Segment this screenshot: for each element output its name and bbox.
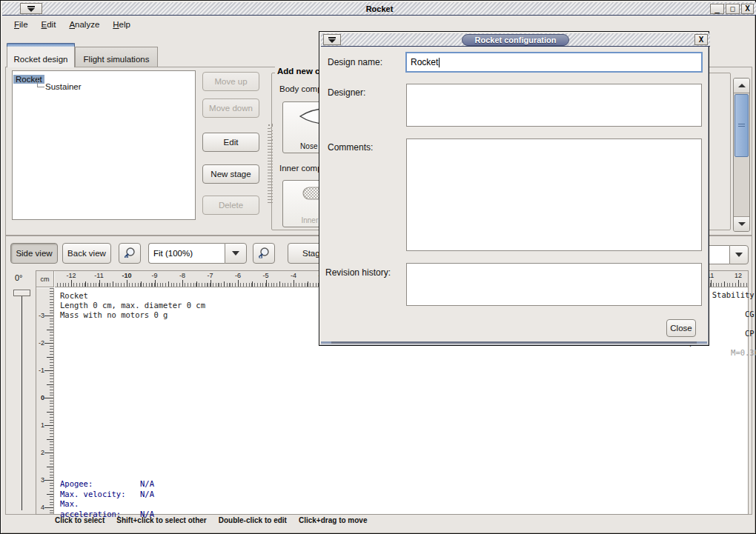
ruler-tick <box>224 281 225 287</box>
components-scrollbar[interactable] <box>733 78 750 232</box>
rotation-slider-thumb[interactable] <box>13 290 30 296</box>
minimize-button[interactable]: _ <box>710 4 724 14</box>
revision-history-textarea[interactable] <box>406 263 702 306</box>
ruler-tick <box>308 281 308 287</box>
ruler-number: 3 <box>41 476 44 484</box>
ruler-tick <box>266 280 267 287</box>
menu-help[interactable]: Help <box>107 18 136 31</box>
comments-label: Comments: <box>328 142 373 153</box>
ruler-number: -3 <box>39 312 44 319</box>
design-name-value: Rocket <box>411 57 438 67</box>
ruler-tick <box>252 281 253 287</box>
ruler-number: 4 <box>41 504 44 511</box>
dialog-resize-edge[interactable] <box>321 341 707 344</box>
vertical-ruler: -3-2-101234 <box>36 288 54 514</box>
ruler-tick <box>71 280 72 287</box>
dialog-close-x-button[interactable]: X <box>694 34 708 45</box>
zoom-out-button[interactable] <box>119 243 141 264</box>
main-titlebar[interactable]: Rocket _ □ X <box>2 2 756 16</box>
flight-data-text: Apogee:N/A Max. velocity:N/A Max. accele… <box>60 479 154 519</box>
ruler-number: -5 <box>262 272 268 279</box>
ruler-number: -7 <box>207 272 213 279</box>
hint-click-select: Click to select <box>55 516 105 524</box>
hint-shift-click: Shift+click to select other <box>116 516 206 524</box>
dialog-titlebar[interactable]: Rocket configuration X <box>321 33 710 47</box>
ruler-tick <box>141 281 142 287</box>
ruler-number: -2 <box>39 339 44 347</box>
zoom-select[interactable]: Fit (100%) <box>148 243 225 264</box>
ruler-tick <box>44 316 53 316</box>
ruler-tick <box>738 280 739 287</box>
designer-textarea[interactable] <box>406 84 702 127</box>
close-icon: X <box>745 5 750 13</box>
ruler-tick <box>127 280 127 287</box>
move-up-button[interactable]: Move up <box>202 72 259 91</box>
scroll-up-button[interactable] <box>734 79 749 93</box>
ruler-tick <box>168 281 169 287</box>
ruler-tick <box>47 384 53 385</box>
config-select-button[interactable] <box>729 245 749 264</box>
close-button[interactable]: X <box>741 4 754 14</box>
ruler-tick <box>44 425 53 426</box>
ruler-tick <box>99 280 100 287</box>
ruler-tick <box>47 330 53 330</box>
ruler-number: -1 <box>39 367 44 374</box>
new-stage-button[interactable]: New stage <box>202 164 259 184</box>
ruler-tick <box>47 467 53 467</box>
move-down-button[interactable]: Move down <box>202 99 259 118</box>
ruler-tick <box>155 280 156 287</box>
zoom-in-button[interactable] <box>253 243 275 264</box>
ruler-number: 0 <box>41 394 44 401</box>
ruler-number: 12 <box>735 272 742 279</box>
ruler-tick <box>294 280 294 287</box>
ruler-number: -9 <box>151 272 157 279</box>
comments-textarea[interactable] <box>406 138 702 251</box>
tree-connector <box>37 78 44 87</box>
close-icon: X <box>699 36 704 44</box>
rotation-slider-track[interactable] <box>21 296 22 510</box>
chevron-down-icon <box>735 253 743 257</box>
edit-button[interactable]: Edit <box>202 133 259 152</box>
ruler-tick <box>44 343 53 344</box>
ruler-tick <box>238 280 239 287</box>
design-name-input[interactable]: Rocket <box>406 53 702 72</box>
hint-click-drag: Click+drag to move <box>299 516 368 524</box>
delete-button[interactable]: Delete <box>202 196 259 215</box>
scrollbar-thumb[interactable] <box>735 94 749 157</box>
ruler-tick <box>44 507 53 508</box>
tab-rocket-design[interactable]: Rocket design <box>7 43 75 67</box>
scroll-down-button[interactable] <box>734 216 749 231</box>
ruler-number: 1 <box>41 421 44 429</box>
ruler-number: -4 <box>291 272 296 279</box>
ruler-tick <box>85 281 86 287</box>
menu-file[interactable]: File <box>8 18 34 31</box>
ruler-tick <box>113 281 113 287</box>
menu-analyze[interactable]: Analyze <box>63 18 105 31</box>
ruler-number: -10 <box>122 272 131 279</box>
side-view-button[interactable]: Side view <box>10 243 58 264</box>
ruler-number: 2 <box>41 449 44 456</box>
revision-history-label: Revision history: <box>325 267 391 278</box>
tab-flight-simulations[interactable]: Flight simulations <box>75 47 158 67</box>
design-info-text: Rocket Length 0 cm, max. diameter 0 cm M… <box>60 291 205 320</box>
scroll-up-icon <box>738 84 746 87</box>
ruler-tick <box>182 280 183 287</box>
scroll-down-icon <box>738 222 746 226</box>
rotation-value: 0° <box>15 273 23 282</box>
minimize-icon: _ <box>714 5 720 13</box>
mass-note: M=0.30 <box>685 348 756 358</box>
zoom-select-button[interactable] <box>225 243 247 264</box>
ruler-tick <box>711 280 712 287</box>
component-tree[interactable]: Rocket Sustainer <box>12 70 196 220</box>
back-view-button[interactable]: Back view <box>62 243 111 264</box>
screen: { "window": { "title": "Rocket", "menu":… <box>0 0 756 534</box>
ruler-tick <box>47 357 53 358</box>
tree-node-sustainer[interactable]: Sustainer <box>45 82 82 91</box>
ruler-tick <box>47 412 53 413</box>
menu-edit[interactable]: Edit <box>36 18 62 31</box>
ruler-tick <box>47 494 53 495</box>
dialog-close-button[interactable]: Close <box>666 319 696 337</box>
ruler-tick <box>724 281 725 287</box>
maximize-button[interactable]: □ <box>726 4 740 14</box>
ruler-number: -6 <box>235 272 241 279</box>
